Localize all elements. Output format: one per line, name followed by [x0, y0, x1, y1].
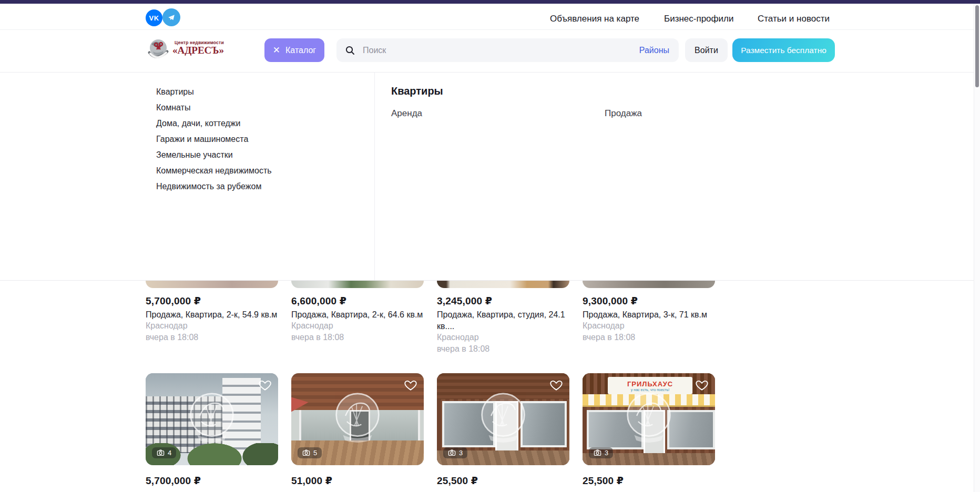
category-commercial[interactable]: Коммерческая недвижимость [156, 166, 272, 176]
listing-price: 9,300,000 ₽ [583, 295, 638, 307]
camera-icon [157, 449, 165, 457]
telegram-icon[interactable] [162, 8, 180, 26]
dropdown-panel-title: Квартиры [391, 85, 443, 97]
photo-count: 3 [605, 449, 608, 457]
listing-time: вчера в 18:08 [437, 344, 489, 354]
post-ad-button-label: Разместить бесплатно [741, 46, 826, 55]
photo-count-badge: 3 [443, 447, 467, 458]
telegram-plane-icon [167, 13, 176, 22]
category-apartments[interactable]: Квартиры [156, 87, 194, 97]
vk-icon-label: VK [149, 14, 159, 22]
listing-price: 5,700,000 ₽ [146, 475, 201, 487]
photo-count-badge: 5 [298, 447, 322, 458]
listing-photo[interactable]: 3 [437, 373, 569, 465]
scrollbar-thumb[interactable] [975, 5, 979, 87]
search-input[interactable] [362, 45, 639, 56]
photo-count: 3 [459, 449, 463, 457]
nav-business-profiles[interactable]: Бизнес-профили [664, 14, 733, 24]
listing-price: 3,245,000 ₽ [437, 295, 492, 307]
camera-icon [594, 449, 601, 457]
login-button[interactable]: Войти [685, 38, 728, 62]
listing-price: 5,700,000 ₽ [146, 295, 201, 307]
category-houses[interactable]: Дома, дачи, коттеджи [156, 119, 240, 128]
search-icon [345, 45, 355, 56]
favorite-heart-icon[interactable] [404, 378, 417, 392]
category-abroad[interactable]: Недвижимость за рубежом [156, 182, 261, 191]
listing-photo[interactable]: 5 [291, 373, 424, 465]
listing-price: 25,500 ₽ [583, 475, 624, 487]
site-logo[interactable]: Центр недвижимости «АДРЕСЪ» [146, 36, 215, 62]
listing-time: вчера в 18:08 [146, 333, 198, 342]
listing-time: вчера в 18:08 [291, 333, 344, 342]
listing-subtitle: Продажа, Квартира, 2-к, 64.6 кв.м [291, 309, 426, 321]
favorite-heart-icon[interactable] [695, 378, 709, 392]
favorite-heart-icon[interactable] [549, 378, 563, 392]
camera-icon [448, 449, 456, 457]
post-ad-button[interactable]: Разместить бесплатно [732, 38, 835, 62]
photo-count: 5 [313, 449, 317, 457]
listing-city: Краснодар [146, 321, 188, 331]
watermark-logo [329, 386, 386, 449]
listing-city: Краснодар [291, 321, 333, 331]
page: VK Объявления на карте Бизнес-профили Ст… [0, 0, 980, 492]
listing-photo[interactable] [291, 280, 424, 288]
districts-link[interactable]: Районы [639, 46, 669, 55]
nav-map-ads[interactable]: Объявления на карте [550, 14, 639, 24]
photo-count-badge: 4 [152, 447, 176, 458]
listing-photo[interactable]: ГРИЛЬХАУС у нас есть, что поесть! 3 [583, 373, 715, 465]
photo-count: 4 [168, 449, 171, 457]
category-garages[interactable]: Гаражи и машиноместа [156, 135, 248, 144]
listing-time: вчера в 18:08 [583, 333, 635, 342]
watermark-logo [474, 386, 532, 449]
listing-photo[interactable]: 4 [146, 373, 278, 465]
listing-subtitle: Продажа, Квартира, студия, 24.1 кв.... [437, 309, 571, 332]
listing-price: 6,600,000 ₽ [291, 295, 346, 307]
catalog-button-label: Каталог [285, 46, 316, 55]
login-button-label: Войти [695, 46, 718, 55]
header-divider-top [0, 29, 980, 30]
watermark-logo [183, 386, 241, 449]
watermark-logo [620, 386, 678, 449]
vk-icon[interactable]: VK [146, 9, 162, 26]
dropdown-sale-link[interactable]: Продажа [605, 108, 642, 119]
listing-photo[interactable] [146, 280, 278, 288]
listing-subtitle: Продажа, Квартира, 2-к, 54.9 кв.м [146, 309, 280, 321]
camera-icon [302, 449, 310, 457]
favorite-heart-icon[interactable] [258, 378, 272, 392]
listing-city: Краснодар [583, 321, 625, 331]
listing-photo[interactable] [437, 280, 569, 288]
logo-title: «АДРЕСЪ» [172, 45, 224, 56]
listing-subtitle: Продажа, Квартира, 3-к, 71 кв.м [583, 309, 717, 321]
category-land[interactable]: Земельные участки [156, 150, 233, 160]
dropdown-divider [374, 73, 375, 280]
dropdown-rent-link[interactable]: Аренда [391, 108, 422, 119]
listing-photo[interactable] [583, 280, 715, 288]
listing-price: 51,000 ₽ [291, 475, 332, 487]
logo-emblem-icon [146, 37, 170, 61]
top-accent-bar [0, 0, 980, 4]
catalog-dropdown: Квартиры Комнаты Дома, дачи, коттеджи Га… [0, 73, 980, 281]
listing-price: 25,500 ₽ [437, 475, 478, 487]
close-icon: ✕ [273, 46, 280, 55]
category-rooms[interactable]: Комнаты [156, 103, 190, 112]
catalog-button[interactable]: ✕ Каталог [264, 38, 324, 62]
photo-count-badge: 3 [589, 447, 613, 458]
search-bar[interactable]: Районы [336, 38, 679, 62]
listing-city: Краснодар [437, 333, 479, 342]
nav-articles-news[interactable]: Статьи и новости [758, 14, 830, 24]
